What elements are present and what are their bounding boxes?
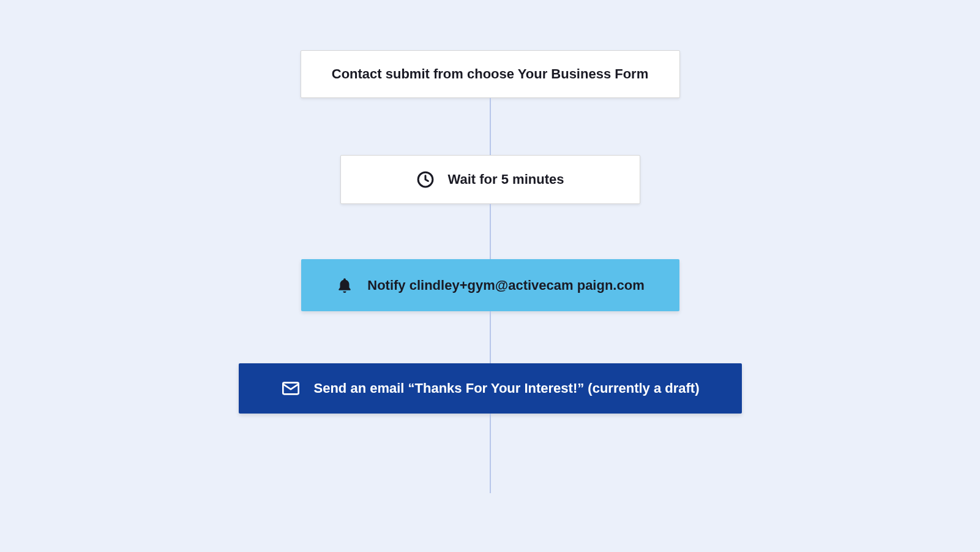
wait-label: Wait for 5 minutes xyxy=(448,172,564,187)
wait-node[interactable]: Wait for 5 minutes xyxy=(340,155,640,204)
email-label: Send an email “Thanks For Your Interest!… xyxy=(314,380,700,396)
flow-connector xyxy=(490,204,491,259)
notify-label: Notify clindley+gym@activecam paign.com xyxy=(367,278,644,293)
flow-connector xyxy=(490,414,491,493)
bell-icon xyxy=(335,276,354,295)
notify-node[interactable]: Notify clindley+gym@activecam paign.com xyxy=(301,259,679,311)
flow-connector xyxy=(490,311,491,363)
automation-flow: Contact submit from choose Your Business… xyxy=(239,50,742,552)
trigger-node[interactable]: Contact submit from choose Your Business… xyxy=(301,50,680,98)
send-email-node[interactable]: Send an email “Thanks For Your Interest!… xyxy=(239,363,742,414)
clock-icon xyxy=(416,170,435,189)
trigger-label: Contact submit from choose Your Business… xyxy=(332,66,648,82)
envelope-icon xyxy=(281,379,301,398)
flow-connector xyxy=(490,98,491,155)
